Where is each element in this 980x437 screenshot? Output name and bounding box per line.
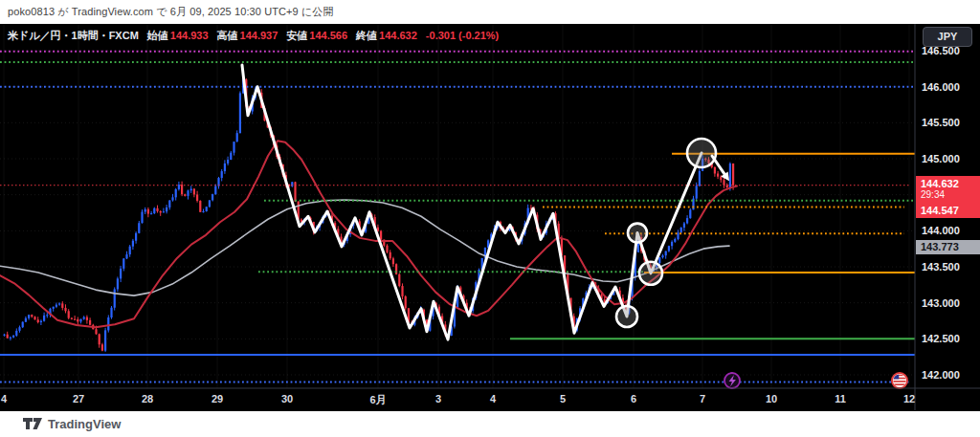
tradingview-logo-text: TradingView: [48, 417, 121, 431]
symbol-title[interactable]: 米ドル／円・1時間・FXCM: [8, 30, 139, 41]
ohlc-value: 144.933: [170, 30, 209, 41]
share-header-text: poko0813 が TradingView.com で 6月 09, 2025…: [8, 5, 334, 19]
symbol-legend[interactable]: 米ドル／円・1時間・FXCM始値144.933高値144.937安値144.56…: [8, 29, 499, 43]
circle-annotation[interactable]: [639, 262, 662, 285]
ohlc-label: 高値: [217, 30, 238, 41]
circle-annotation[interactable]: [616, 306, 637, 327]
share-header: poko0813 が TradingView.com で 6月 09, 2025…: [0, 0, 980, 24]
ohlc-label: 終値: [356, 30, 377, 41]
circle-annotation[interactable]: [628, 224, 647, 243]
last-price-tag: 144.632 29:34: [916, 176, 980, 204]
ohlc-value: 144.937: [240, 30, 278, 41]
ohlc-value: 144.566: [309, 30, 347, 41]
ma-value-tag: 143.773: [916, 240, 980, 254]
ema-value-tag: 144.547: [916, 204, 980, 218]
chart-canvas[interactable]: [0, 0, 980, 437]
bar-countdown: 29:34: [916, 189, 980, 200]
footer-bar: TradingView: [0, 411, 980, 437]
ohlc-values: 始値144.933高値144.937安値144.566終値144.632: [139, 30, 417, 41]
ohlc-label: 始値: [147, 30, 168, 41]
ohlc-value: 144.632: [379, 30, 417, 41]
tradingview-logo-icon: [23, 418, 42, 431]
us-flag-event-icon[interactable]: [892, 373, 907, 388]
circle-annotation[interactable]: [687, 139, 716, 167]
economic-event-icon[interactable]: [724, 373, 740, 388]
tradingview-logo[interactable]: TradingView: [23, 417, 121, 431]
change-value: -0.301 (-0.21%): [426, 30, 499, 41]
last-price-value: 144.632: [916, 176, 980, 189]
tradingview-snapshot: 146.500146.000145.500145.000144.000143.5…: [0, 0, 980, 437]
currency-toggle-button[interactable]: JPY: [923, 27, 972, 47]
ohlc-label: 安値: [286, 30, 307, 41]
